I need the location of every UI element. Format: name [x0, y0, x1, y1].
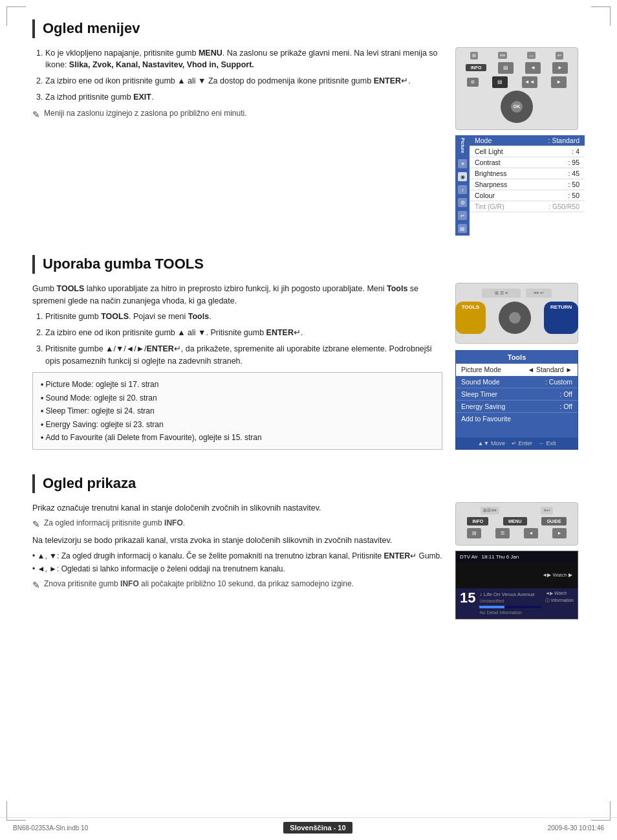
mode-value: : Standard	[548, 137, 579, 144]
bullet-item-0: Picture Mode: oglejte si 17. stran	[41, 378, 434, 391]
s3-b2: ENTER	[384, 551, 411, 560]
tools-footer-exit: ← Exit	[539, 440, 556, 447]
info-watch-label: ◄▶ Watch ▶	[542, 572, 572, 578]
channel-detail: No Detail Information	[479, 610, 541, 616]
info-rc-icon1: ▤	[467, 528, 481, 538]
section3-intro: Prikaz označuje trenutni kanal in stanje…	[32, 502, 442, 514]
s3-bold3: INFO	[120, 579, 139, 588]
tools-row0-label: Picture Mode	[461, 366, 501, 373]
tools-spacer	[456, 425, 578, 437]
row2-label: Brightness	[475, 170, 507, 177]
s1-bold3: ENTER	[374, 76, 401, 85]
footer-date: 2009-6-30 10:01:46	[548, 824, 604, 832]
rc2-icons-left: ⊞ ☰ ≡	[482, 289, 521, 298]
section1-img-col: ⊞ ≡≡ — ↩ INFO ▤ ◄ ► ⊞ ▤ ◄◄	[455, 47, 585, 236]
guide-btn: GUIDE	[541, 517, 566, 525]
menu-row-mode: Mode : Standard	[470, 135, 585, 146]
info-screen-mockup: DTV Air 18:11 Thu 6 Jan ◄▶ Watch ▶ 15 ♪ …	[455, 551, 578, 619]
menu-row-5: Tint (G/R) : G50/R50	[470, 201, 585, 212]
tools-row-3: Energy Saving : Off	[456, 401, 578, 413]
note-icon2: ✎	[32, 519, 40, 529]
sidebar-icon3: ♪	[458, 185, 467, 194]
page-wrapper: Ogled menijev Ko je vklopljeno napajanje…	[0, 0, 617, 840]
corner-tr	[591, 6, 611, 26]
section1-text: Ko je vklopljeno napajanje, pritisnite g…	[32, 47, 442, 120]
page-footer: BN68-02353A-Sln.indb 10 Slovenščina - 10…	[0, 817, 617, 834]
section2-step2: Za izbiro ene od ikon pritisnite gumb ▲ …	[45, 327, 442, 339]
bullet-item-2: Sleep Timer: oglejte si 24. stran	[41, 404, 434, 417]
channel-classification: Unclassified	[479, 598, 541, 604]
tools-rc-btn-row: TOOLS RETURN	[455, 302, 579, 334]
rc2-dpad	[499, 302, 531, 334]
tools-rc-top-row: ⊞ ☰ ≡ ≡≡ ↩	[482, 289, 552, 298]
section1-step2: Za izbiro ene od ikon pritisnite gumb ▲ …	[45, 75, 442, 87]
section2-content: Gumb TOOLS lahko uporabljate za hitro in…	[32, 283, 585, 455]
row4-val: : 50	[568, 192, 579, 199]
tools-footer-bar: ▲▼ Move ↵ Enter ← Exit	[456, 437, 578, 449]
channel-number: 15	[460, 591, 475, 605]
info-dtv: DTV Air	[460, 554, 478, 560]
rc1-info-btn: INFO	[466, 64, 486, 71]
section2-text: Gumb TOOLS lahko uporabljate za hitro in…	[32, 283, 442, 455]
section-prikaz: Ogled prikaza Prikaz označuje trenutni k…	[32, 474, 585, 619]
info-rc-icon3: ◄	[524, 528, 538, 538]
info-bar-fill	[479, 606, 504, 608]
info-rc-top: ⊞☰≡≡ ≡↩	[460, 507, 574, 514]
tools-row-1: Sound Mode : Custom	[456, 376, 578, 388]
section2-title: Uporaba gumba TOOLS	[32, 255, 585, 274]
info-rc-btn-row: INFO MENU GUIDE	[460, 517, 574, 525]
section3-bullet2: • ◄, ►: Ogledati si lahko informacije o …	[32, 563, 442, 575]
row0-val: : 4	[572, 148, 579, 155]
info-rc-icons-left: ⊞☰≡≡	[481, 507, 499, 514]
sidebar-icon2: ◉	[458, 172, 467, 181]
section2-img-col: ⊞ ☰ ≡ ≡≡ ↩ TOOLS RETURN	[455, 283, 585, 450]
note-icon3: ✎	[32, 580, 40, 590]
footer-badge: Slovenščina - 10	[283, 822, 352, 834]
tools-row1-val: : Custom	[545, 378, 572, 386]
section1-note: ✎ Meniji na zaslonu izginejo z zaslona p…	[32, 109, 442, 120]
rc2-icons-right: ≡≡ ↩	[526, 289, 552, 298]
sidebar-icon4: ⚙	[458, 198, 467, 207]
corner-tl	[6, 6, 26, 26]
rc1-dpad: OK	[501, 91, 533, 123]
rc1-mockup: ⊞ ≡≡ — ↩ INFO ▤ ◄ ► ⊞ ▤ ◄◄	[455, 47, 578, 130]
sidebar-icon6: ▤	[458, 224, 467, 233]
menu-sidebar: Picture ☀ ◉ ♪ ⚙ ↵ ▤	[455, 135, 470, 236]
bullet-list: Picture Mode: oglejte si 17. stran Sound…	[41, 378, 434, 444]
section3-note2: ✎ Znova pritisnite gumb INFO ali počakaj…	[32, 579, 442, 590]
row1-label: Contrast	[475, 159, 501, 166]
section2-steps: Pritisnite gumb TOOLS. Pojavi se meni To…	[32, 311, 442, 367]
section-tools: Uporaba gumba TOOLS Gumb TOOLS lahko upo…	[32, 255, 585, 455]
section2-step1: Pritisnite gumb TOOLS. Pojavi se meni To…	[45, 311, 442, 323]
section1-note-text: Meniji na zaslonu izginejo z zaslona po …	[44, 109, 247, 118]
section1-steps: Ko je vklopljeno napajanje, pritisnite g…	[32, 47, 442, 104]
rc1-top-row: ⊞ ≡≡ — ↩	[460, 52, 574, 60]
section3-note2-text: Znova pritisnite gumb INFO ali počakajte…	[44, 579, 354, 588]
s1-bold1: MENU	[199, 49, 222, 58]
menu-row-1: Contrast : 95	[470, 157, 585, 168]
section1-content: Ko je vklopljeno napajanje, pritisnite g…	[32, 47, 585, 236]
section3-para1: Na televizorju se bodo prikazali kanal, …	[32, 535, 442, 547]
picture-menu-mockup: Picture ☀ ◉ ♪ ⚙ ↵ ▤ Mode : Standard	[455, 135, 585, 236]
row5-val: : G50/R50	[548, 203, 579, 210]
tools-footer-enter: ↵ Enter	[512, 440, 532, 447]
mode-label: Mode	[475, 137, 492, 144]
rc2-return-btn: RETURN	[544, 302, 578, 334]
section3-title: Ogled prikaza	[32, 474, 585, 493]
tools-row4-label: Add to Favourite	[461, 415, 511, 423]
rc1-icon7: ►	[551, 76, 567, 88]
row4-label: Colour	[475, 192, 495, 199]
rc1-icon2: ◄	[525, 62, 541, 74]
row3-label: Sharpness	[475, 181, 507, 188]
rc1-icon6: ◄◄	[522, 76, 537, 88]
s1-bold4: EXIT	[133, 93, 151, 102]
section2-intro: Gumb TOOLS lahko uporabljate za hitro in…	[32, 283, 442, 307]
s2-bold1: TOOLS	[57, 284, 85, 293]
menu-btn-rc: MENU	[503, 517, 527, 525]
rc2-tools-btn: TOOLS	[455, 302, 486, 334]
tools-menu-mockup: Tools Picture Mode ◄ Standard ► Sound Mo…	[455, 350, 578, 450]
info-rc-icon-row: ▤ ☰ ◄ ►	[460, 528, 574, 538]
section2-step3: Pritisnite gumbe ▲/▼/◄/►/ENTER↵, da prik…	[45, 343, 442, 368]
tools-row0-val: ◄ Standard ►	[528, 366, 572, 373]
channel-info-block: ♪ Life On Venus Avenue Unclassified No D…	[479, 591, 541, 616]
